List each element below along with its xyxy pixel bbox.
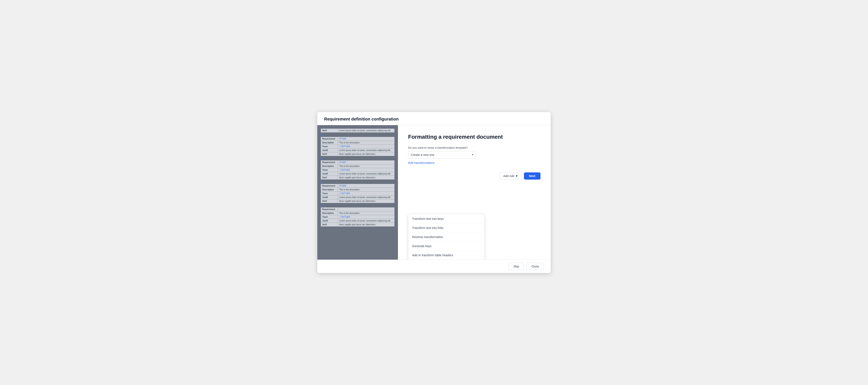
row-value: This is the description xyxy=(338,141,395,145)
add-rule-button[interactable]: Add rule ▼ xyxy=(500,172,522,180)
row-value: Nunc sagittis quis lacus nec bibendum. xyxy=(338,176,395,180)
row-label: Description xyxy=(321,164,338,168)
row-label: Trace xyxy=(321,215,338,219)
dropdown-item-table-headers[interactable]: Add or transform table headers xyxy=(408,251,484,259)
table-row: Justif Lorem ipsum dolor sit amet, conse… xyxy=(321,148,395,152)
row-label: Requirement xyxy=(321,137,338,141)
modal-header: Requirement definition configuration xyxy=(317,112,551,125)
modal: Requirement definition configuration Ver… xyxy=(317,112,551,273)
row-value: Lorem ipsum dolor sit amet, consectetur … xyxy=(338,219,395,223)
dropdown-item-generate-keys[interactable]: Generate keys xyxy=(408,242,484,251)
form-panel: Formatting a requirement document Do you… xyxy=(398,125,551,259)
dropdown-item-transform-links[interactable]: Transform text into links xyxy=(408,223,484,233)
row-label: Trace xyxy=(321,191,338,196)
add-rule-dropdown: Transform text into keys Transform text … xyxy=(408,214,485,259)
row-value: Lorem ipsum dolor sit amet, consectetur … xyxy=(338,129,395,133)
dropdown-item-transform-keys[interactable]: Transform text into keys xyxy=(408,214,484,223)
table-row: Justif Lorem ipsum dolor sit amet, conse… xyxy=(321,196,395,199)
row-link[interactable]: VT-007 xyxy=(338,161,395,164)
row-value: Nunc sagittis quis lacus nec bibendum. xyxy=(338,223,395,226)
table-row: Requirement xyxy=(321,208,395,211)
action-row: Add rule ▼ Next xyxy=(408,172,540,180)
row-value: Lorem ipsum dolor sit amet, consectetur … xyxy=(338,196,395,199)
row-label: Verif xyxy=(321,223,338,226)
row-label: Requirement xyxy=(321,161,338,164)
row-label: Description xyxy=(321,141,338,145)
row-label: Trace xyxy=(321,145,338,148)
table-row: Requirement VT-008 xyxy=(321,184,395,188)
doc-block-vt008: Requirement VT-008 Description This is t… xyxy=(321,181,395,203)
row-label: Justif xyxy=(321,148,338,152)
row-link[interactable]: VT-008 xyxy=(338,184,395,188)
template-select[interactable]: Create a new one Template A Template B xyxy=(408,151,476,159)
row-link[interactable]: ↗ DVT-004 xyxy=(338,191,395,196)
table-row: Description This is the description xyxy=(321,211,395,215)
row-label: Verif xyxy=(321,176,338,180)
next-button[interactable]: Next xyxy=(524,172,540,180)
row-label: Description xyxy=(321,211,338,215)
row-label: Requirement xyxy=(321,208,338,211)
modal-body: Verif Lorem ipsum dolor sit amet, consec… xyxy=(317,125,551,259)
row-value: Lorem ipsum dolor sit amet, consectetur … xyxy=(338,148,395,152)
req-table-vt006: Requirement VT-006 Description This is t… xyxy=(321,137,395,156)
table-row: Description This is the description xyxy=(321,188,395,191)
doc-block-empty: Requirement Description This is the desc… xyxy=(321,205,395,226)
table-row: Verif Nunc sagittis quis lacus nec biben… xyxy=(321,223,395,226)
row-value: This is the description xyxy=(338,188,395,191)
table-row: Justif Lorem ipsum dolor sit amet, conse… xyxy=(321,172,395,176)
req-table-empty: Requirement Description This is the desc… xyxy=(321,207,395,226)
bullet-vt008 xyxy=(321,181,322,183)
doc-block-vt007: Requirement VT-007 Description This is t… xyxy=(321,158,395,180)
add-rule-label: Add rule xyxy=(503,174,515,178)
skip-button[interactable]: Skip xyxy=(508,263,524,270)
modal-title: Requirement definition configuration xyxy=(324,117,544,121)
req-table-vt007: Requirement VT-007 Description This is t… xyxy=(321,160,395,180)
row-value: Nunc sagittis quis lacus nec bibendum. xyxy=(338,152,395,156)
chevron-down-icon: ▼ xyxy=(515,174,518,178)
row-label: Trace xyxy=(321,168,338,172)
row-value: Lorem ipsum dolor sit amet, consectetur … xyxy=(338,172,395,176)
req-table-partial: Verif Lorem ipsum dolor sit amet, consec… xyxy=(321,129,395,133)
table-row: Verif Nunc sagittis quis lacus nec biben… xyxy=(321,176,395,180)
row-value: This is the description xyxy=(338,211,395,215)
table-row: Verif Lorem ipsum dolor sit amet, consec… xyxy=(321,129,395,133)
template-label: Do you want to reuse a transformation te… xyxy=(408,146,540,149)
table-row: Trace ↗ DVT-004 xyxy=(321,215,395,219)
table-row: Requirement VT-007 xyxy=(321,161,395,164)
row-value: Nunc sagittis quis lacus nec bibendum. xyxy=(338,199,395,203)
row-link[interactable]: ↗ DVT-004 xyxy=(338,215,395,219)
bullet-vt007 xyxy=(321,158,322,160)
table-row: Trace ↗ DVT-004 xyxy=(321,145,395,148)
form-heading: Formatting a requirement document xyxy=(408,134,540,140)
table-row: Verif Nunc sagittis quis lacus nec biben… xyxy=(321,199,395,203)
edit-transformations-link[interactable]: Edit transformations xyxy=(408,161,540,165)
table-row: Verif Nunc sagittis quis lacus nec biben… xyxy=(321,152,395,156)
bullet-empty xyxy=(321,205,322,207)
row-link[interactable]: VT-006 xyxy=(338,137,395,141)
template-select-wrapper[interactable]: Create a new one Template A Template B ▼ xyxy=(408,151,476,159)
table-row: Requirement VT-006 xyxy=(321,137,395,141)
row-link[interactable]: ↗ DVT-004 xyxy=(338,145,395,148)
close-button[interactable]: Close xyxy=(526,263,544,270)
row-link[interactable]: ↗ DVT-004 xyxy=(338,168,395,172)
doc-preview: Verif Lorem ipsum dolor sit amet, consec… xyxy=(317,125,398,259)
row-label: Verif xyxy=(321,152,338,156)
row-label: Verif xyxy=(321,199,338,203)
modal-footer: Skip Close xyxy=(317,259,551,273)
req-table-vt008: Requirement VT-008 Description This is t… xyxy=(321,184,395,203)
row-label: Requirement xyxy=(321,184,338,188)
row-value: This is the description xyxy=(338,164,395,168)
bullet-vt006 xyxy=(321,134,322,136)
table-row: Justif Lorem ipsum dolor sit amet, conse… xyxy=(321,219,395,223)
table-row: Trace ↗ DVT-004 xyxy=(321,191,395,196)
doc-block-partial: Verif Lorem ipsum dolor sit amet, consec… xyxy=(321,129,395,133)
dropdown-item-reverse[interactable]: Reverse transformation xyxy=(408,233,484,242)
doc-block-vt006: Requirement VT-006 Description This is t… xyxy=(321,134,395,156)
row-label: Justif xyxy=(321,172,338,176)
table-row: Description This is the description xyxy=(321,141,395,145)
row-label: Justif xyxy=(321,196,338,199)
table-row: Description This is the description xyxy=(321,164,395,168)
row-value xyxy=(338,208,395,211)
row-label: Description xyxy=(321,188,338,191)
row-label: Verif xyxy=(321,129,338,133)
